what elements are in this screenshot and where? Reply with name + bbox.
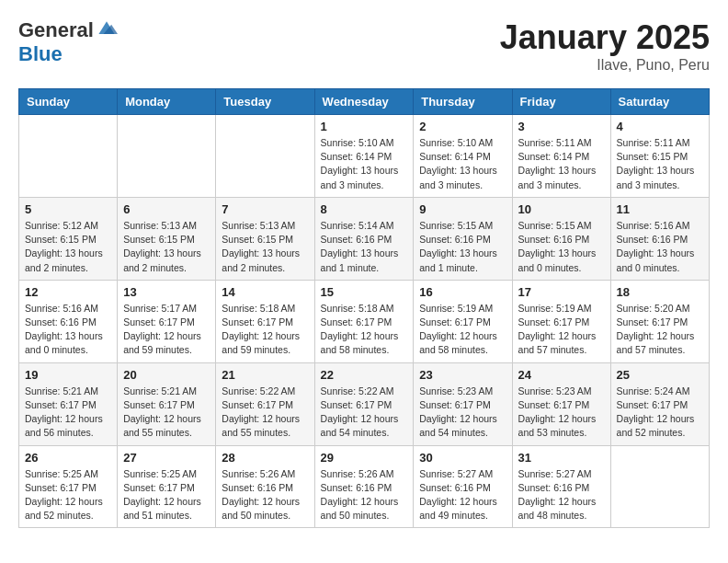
day-info: Sunrise: 5:26 AM Sunset: 6:16 PM Dayligh… (222, 467, 308, 523)
day-info: Sunrise: 5:17 AM Sunset: 6:17 PM Dayligh… (123, 302, 210, 358)
calendar-cell: 31Sunrise: 5:27 AM Sunset: 6:16 PM Dayli… (512, 445, 610, 528)
day-header-friday: Friday (512, 89, 610, 115)
calendar-cell (118, 115, 216, 198)
calendar-cell: 13Sunrise: 5:17 AM Sunset: 6:17 PM Dayli… (118, 280, 216, 362)
calendar-cell: 27Sunrise: 5:25 AM Sunset: 6:17 PM Dayli… (118, 445, 216, 528)
day-info: Sunrise: 5:21 AM Sunset: 6:17 PM Dayligh… (123, 385, 210, 441)
calendar-cell: 4Sunrise: 5:11 AM Sunset: 6:15 PM Daylig… (610, 115, 709, 198)
day-number: 28 (222, 451, 308, 465)
day-info: Sunrise: 5:23 AM Sunset: 6:17 PM Dayligh… (419, 385, 506, 441)
day-number: 27 (123, 451, 210, 465)
day-info: Sunrise: 5:11 AM Sunset: 6:15 PM Dayligh… (617, 136, 703, 192)
calendar-cell: 20Sunrise: 5:21 AM Sunset: 6:17 PM Dayli… (118, 362, 216, 445)
calendar-cell: 12Sunrise: 5:16 AM Sunset: 6:16 PM Dayli… (19, 280, 118, 362)
day-number: 14 (222, 285, 308, 299)
day-header-wednesday: Wednesday (314, 89, 414, 115)
day-info: Sunrise: 5:19 AM Sunset: 6:17 PM Dayligh… (419, 302, 506, 358)
location-subtitle: Ilave, Puno, Peru (500, 57, 710, 74)
day-info: Sunrise: 5:13 AM Sunset: 6:15 PM Dayligh… (222, 219, 308, 275)
day-number: 6 (123, 202, 210, 216)
day-number: 11 (617, 202, 703, 216)
day-number: 25 (617, 368, 703, 382)
calendar-cell: 9Sunrise: 5:15 AM Sunset: 6:16 PM Daylig… (414, 197, 512, 280)
day-info: Sunrise: 5:15 AM Sunset: 6:16 PM Dayligh… (419, 219, 506, 275)
day-number: 9 (419, 202, 506, 216)
day-number: 3 (518, 120, 605, 133)
day-number: 21 (222, 368, 308, 382)
calendar-cell: 30Sunrise: 5:27 AM Sunset: 6:16 PM Dayli… (414, 445, 512, 528)
day-info: Sunrise: 5:19 AM Sunset: 6:17 PM Dayligh… (518, 302, 605, 358)
day-number: 13 (123, 285, 210, 299)
logo-blue-text: Blue (18, 42, 63, 66)
day-header-thursday: Thursday (414, 89, 512, 115)
calendar-cell (19, 115, 118, 198)
calendar-cell (216, 115, 314, 198)
day-info: Sunrise: 5:10 AM Sunset: 6:14 PM Dayligh… (321, 136, 408, 192)
calendar-cell: 1Sunrise: 5:10 AM Sunset: 6:14 PM Daylig… (314, 115, 414, 198)
day-info: Sunrise: 5:24 AM Sunset: 6:17 PM Dayligh… (617, 385, 703, 441)
day-info: Sunrise: 5:18 AM Sunset: 6:17 PM Dayligh… (222, 302, 308, 358)
day-number: 7 (222, 202, 308, 216)
day-number: 31 (518, 451, 605, 465)
day-info: Sunrise: 5:11 AM Sunset: 6:14 PM Dayligh… (518, 136, 605, 192)
day-number: 1 (321, 120, 408, 133)
day-info: Sunrise: 5:15 AM Sunset: 6:16 PM Dayligh… (518, 219, 605, 275)
calendar-cell: 14Sunrise: 5:18 AM Sunset: 6:17 PM Dayli… (216, 280, 314, 362)
calendar-cell: 15Sunrise: 5:18 AM Sunset: 6:17 PM Dayli… (314, 280, 414, 362)
calendar-cell: 3Sunrise: 5:11 AM Sunset: 6:14 PM Daylig… (512, 115, 610, 198)
calendar-cell (610, 445, 709, 528)
calendar-cell: 11Sunrise: 5:16 AM Sunset: 6:16 PM Dayli… (610, 197, 709, 280)
calendar-cell: 22Sunrise: 5:22 AM Sunset: 6:17 PM Dayli… (314, 362, 414, 445)
day-number: 8 (321, 202, 408, 216)
calendar-table: SundayMondayTuesdayWednesdayThursdayFrid… (18, 88, 710, 528)
day-number: 23 (419, 368, 506, 382)
day-info: Sunrise: 5:27 AM Sunset: 6:16 PM Dayligh… (518, 467, 605, 523)
day-number: 17 (518, 285, 605, 299)
day-number: 20 (123, 368, 210, 382)
day-info: Sunrise: 5:21 AM Sunset: 6:17 PM Dayligh… (25, 385, 111, 441)
day-info: Sunrise: 5:13 AM Sunset: 6:15 PM Dayligh… (123, 219, 210, 275)
calendar-cell: 10Sunrise: 5:15 AM Sunset: 6:16 PM Dayli… (512, 197, 610, 280)
day-info: Sunrise: 5:26 AM Sunset: 6:16 PM Dayligh… (321, 467, 408, 523)
day-number: 5 (25, 202, 111, 216)
day-header-monday: Monday (118, 89, 216, 115)
calendar-week-row: 5Sunrise: 5:12 AM Sunset: 6:15 PM Daylig… (19, 197, 710, 280)
calendar-week-row: 1Sunrise: 5:10 AM Sunset: 6:14 PM Daylig… (19, 115, 710, 198)
calendar-cell: 19Sunrise: 5:21 AM Sunset: 6:17 PM Dayli… (19, 362, 118, 445)
calendar-cell: 29Sunrise: 5:26 AM Sunset: 6:16 PM Dayli… (314, 445, 414, 528)
day-header-tuesday: Tuesday (216, 89, 314, 115)
calendar-cell: 24Sunrise: 5:23 AM Sunset: 6:17 PM Dayli… (512, 362, 610, 445)
day-number: 12 (25, 285, 111, 299)
calendar-cell: 23Sunrise: 5:23 AM Sunset: 6:17 PM Dayli… (414, 362, 512, 445)
calendar-cell: 28Sunrise: 5:26 AM Sunset: 6:16 PM Dayli… (216, 445, 314, 528)
day-number: 29 (321, 451, 408, 465)
calendar-header-row: SundayMondayTuesdayWednesdayThursdayFrid… (19, 89, 710, 115)
calendar-cell: 25Sunrise: 5:24 AM Sunset: 6:17 PM Dayli… (610, 362, 709, 445)
day-info: Sunrise: 5:25 AM Sunset: 6:17 PM Dayligh… (25, 467, 111, 523)
day-number: 18 (617, 285, 703, 299)
calendar-week-row: 12Sunrise: 5:16 AM Sunset: 6:16 PM Dayli… (19, 280, 710, 362)
calendar-cell: 16Sunrise: 5:19 AM Sunset: 6:17 PM Dayli… (414, 280, 512, 362)
day-info: Sunrise: 5:16 AM Sunset: 6:16 PM Dayligh… (617, 219, 703, 275)
day-info: Sunrise: 5:10 AM Sunset: 6:14 PM Dayligh… (419, 136, 506, 192)
day-info: Sunrise: 5:16 AM Sunset: 6:16 PM Dayligh… (25, 302, 111, 358)
day-info: Sunrise: 5:20 AM Sunset: 6:17 PM Dayligh… (617, 302, 703, 358)
day-header-saturday: Saturday (610, 89, 709, 115)
day-number: 15 (321, 285, 408, 299)
calendar-cell: 5Sunrise: 5:12 AM Sunset: 6:15 PM Daylig… (19, 197, 118, 280)
day-info: Sunrise: 5:23 AM Sunset: 6:17 PM Dayligh… (518, 385, 605, 441)
title-area: January 2025 Ilave, Puno, Peru (500, 18, 710, 74)
day-number: 30 (419, 451, 506, 465)
calendar-cell: 2Sunrise: 5:10 AM Sunset: 6:14 PM Daylig… (414, 115, 512, 198)
day-info: Sunrise: 5:25 AM Sunset: 6:17 PM Dayligh… (123, 467, 210, 523)
day-info: Sunrise: 5:27 AM Sunset: 6:16 PM Dayligh… (419, 467, 506, 523)
calendar-cell: 17Sunrise: 5:19 AM Sunset: 6:17 PM Dayli… (512, 280, 610, 362)
day-number: 2 (419, 120, 506, 133)
day-info: Sunrise: 5:22 AM Sunset: 6:17 PM Dayligh… (321, 385, 408, 441)
day-number: 19 (25, 368, 111, 382)
day-info: Sunrise: 5:14 AM Sunset: 6:16 PM Dayligh… (321, 219, 408, 275)
calendar-cell: 26Sunrise: 5:25 AM Sunset: 6:17 PM Dayli… (19, 445, 118, 528)
logo-general-text: General (18, 18, 94, 42)
day-number: 10 (518, 202, 605, 216)
calendar-cell: 21Sunrise: 5:22 AM Sunset: 6:17 PM Dayli… (216, 362, 314, 445)
